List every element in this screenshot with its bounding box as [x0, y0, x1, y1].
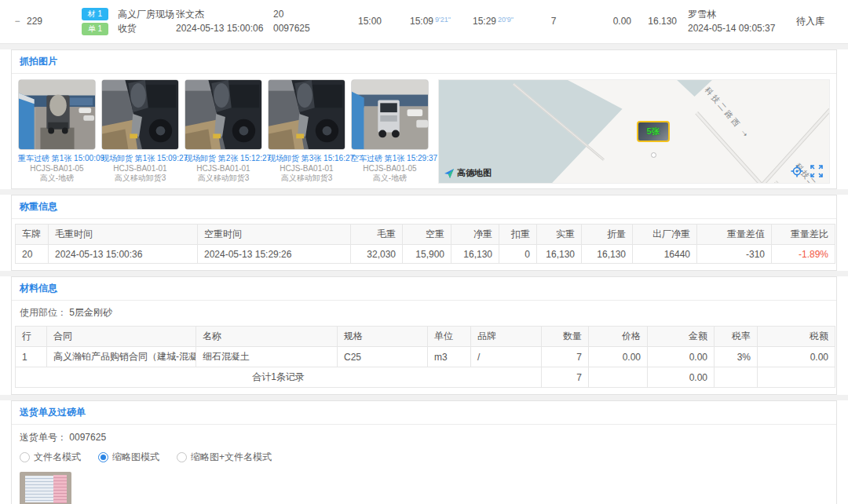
col-header: 行	[16, 327, 47, 347]
col-header: 空重时间	[198, 225, 351, 245]
col-header: 税率	[715, 327, 758, 347]
operate-time: 2024-05-14 09:05:37	[688, 22, 782, 35]
cell-empty	[758, 367, 835, 388]
ticket-number: 0097625	[273, 22, 341, 35]
radio-thumbnail-mode[interactable]: 缩略图模式	[98, 451, 159, 464]
section-divider	[0, 189, 848, 195]
col-header: 重量差值	[697, 225, 772, 245]
amount-value: 0.00	[583, 15, 631, 28]
radio-icon-checked[interactable]	[98, 452, 108, 462]
row-id: 229	[27, 15, 72, 28]
photo-device: HCJS-BA01-01	[268, 164, 345, 173]
cell-weight-diff-pct: -1.89%	[772, 245, 835, 264]
col-header: 单位	[428, 327, 471, 347]
weigh-in-time: 15:00	[341, 15, 399, 28]
material-table: 行 合同 名称 规格 单位 品牌 数量 价格 金额 税率 税额 1 高义瀚铂产品…	[15, 326, 835, 388]
collapse-row-icon[interactable]: −	[8, 15, 27, 28]
section-material-info: 材料信息 使用部位： 5层金刚砂 行 合同 名称 规格 单位 品牌 数量 价格 …	[11, 276, 837, 395]
project-name: 高义厂房现场收货	[118, 8, 176, 35]
cell-actual: 16,130	[537, 245, 582, 264]
photo-thumbnail-weigh-in[interactable]	[18, 79, 96, 150]
col-header: 空重	[403, 225, 451, 245]
col-header: 重量差比	[772, 225, 835, 245]
photo-thumbnail-unload-2[interactable]	[185, 79, 262, 150]
create-time: 2024-05-13 15:00:06	[176, 22, 273, 35]
radio-icon[interactable]	[20, 452, 30, 462]
col-header: 数量	[542, 327, 589, 347]
row-tags: 材 1 单 1	[72, 8, 118, 35]
photo-thumbnail-unload-1[interactable]	[101, 79, 179, 150]
photo-location: 高义-地磅	[18, 173, 96, 184]
cell-factory-net: 16440	[633, 245, 697, 264]
cell-tare-time: 2024-05-13 15:29:26	[198, 245, 351, 264]
marker-photo-count: 5张	[646, 126, 660, 137]
photo-thumbnail-weigh-out[interactable]	[351, 79, 429, 150]
section-title: 材料信息	[12, 277, 836, 301]
map-road	[774, 181, 830, 184]
cell-brand: /	[471, 347, 542, 367]
fullscreen-expand-icon[interactable]	[810, 165, 823, 177]
cell-net: 16,130	[451, 245, 499, 264]
cell-converted: 16,130	[582, 245, 633, 264]
photo-location: 高义-地磅	[351, 173, 429, 184]
col-header: 名称	[196, 327, 338, 347]
radio-label: 缩略图模式	[112, 451, 159, 464]
photo-device: HCJS-BA01-05	[351, 164, 429, 173]
section-weighing-info: 称重信息 车牌 毛重时间 空重时间 毛重 空重 净重 扣重 实重 折量 出厂净重…	[11, 195, 837, 271]
col-header: 实重	[537, 225, 582, 245]
map-photo-marker[interactable]: 5张	[637, 121, 670, 142]
table-row: 1 高义瀚铂产品购销合同（建城-混凝土） 细石混凝土 C25 m3 / 7 0.…	[16, 347, 835, 367]
section-captured-photos: 抓拍图片 重车过磅 第1张 15:00	[11, 49, 837, 189]
table-row: 20 2024-05-13 15:00:36 2024-05-13 15:29:…	[16, 245, 835, 264]
section-divider	[0, 44, 848, 49]
map[interactable]: 科技二路西 ➝ 科技二街 5张 高德地图	[438, 79, 830, 184]
photo-caption: 重车过磅 第1张 15:00:09	[18, 153, 96, 164]
cell-tax-amount: 0.00	[758, 347, 835, 367]
section-title: 送货单及过磅单	[12, 401, 836, 425]
cell-empty	[589, 367, 648, 388]
photo-list: 重车过磅 第1张 15:00:09 HCJS-BA01-05 高义-地磅 现场卸…	[18, 79, 429, 184]
cell-tare: 15,900	[403, 245, 451, 264]
cell-gross: 32,030	[351, 245, 403, 264]
cell-total-amount: 0.00	[648, 367, 715, 388]
cell-line-no: 1	[16, 347, 47, 367]
photo-caption: 现场卸货 第2张 15:12:27	[185, 153, 262, 164]
cell-spec: C25	[338, 347, 428, 367]
note-form-area	[25, 476, 53, 502]
amap-logo-icon	[444, 168, 455, 179]
section-title: 称重信息	[12, 195, 836, 219]
photo-thumbnail-unload-3[interactable]	[268, 79, 345, 150]
photo-card: 现场卸货 第1张 15:09:27 HCJS-BA01-01 高义移动卸货3	[101, 79, 179, 184]
view-mode-radio-group: 文件名模式 缩略图模式 缩略图+文件名模式	[12, 446, 836, 466]
cell-price: 0.00	[589, 347, 648, 367]
note-pink-copy	[53, 475, 67, 503]
col-header: 合同	[47, 327, 196, 347]
usage-part-value: 5层金刚砂	[69, 307, 112, 318]
col-header: 车牌	[16, 225, 49, 245]
delivery-note-thumbnail[interactable]	[20, 472, 71, 504]
cell-tax-rate: 3%	[715, 347, 758, 367]
summary-row[interactable]: − 229 材 1 单 1 高义厂房现场收货 张文杰 2024-05-13 15…	[0, 0, 848, 44]
amap-logo: 高德地图	[444, 167, 492, 179]
radio-filename-mode[interactable]: 文件名模式	[20, 451, 81, 464]
map-road-label: 科技二路西 ➝	[702, 85, 752, 141]
leave-time: 15:2920'9"	[462, 15, 525, 28]
quantity-value: 7	[525, 15, 583, 28]
radio-thumbnail-filename-mode[interactable]: 缩略图+文件名模式	[177, 451, 272, 464]
radio-icon[interactable]	[177, 452, 187, 462]
section-divider	[0, 271, 848, 276]
col-header: 规格	[338, 327, 428, 347]
col-header: 出厂净重	[633, 225, 697, 245]
operator-name: 罗雪林	[688, 8, 782, 21]
creator-name: 张文杰	[176, 8, 273, 21]
amap-logo-text: 高德地图	[457, 167, 492, 179]
usage-part-label: 使用部位：	[20, 307, 67, 318]
cell-gross-time: 2024-05-13 15:00:36	[49, 245, 198, 264]
photo-device: HCJS-BA01-05	[18, 164, 96, 173]
locate-icon[interactable]	[791, 165, 803, 177]
section-title: 抓拍图片	[12, 50, 836, 74]
col-header: 金额	[648, 327, 715, 347]
col-header: 净重	[451, 225, 499, 245]
unload-time: 15:099'21"	[399, 15, 462, 28]
weight-value: 16.130	[631, 15, 677, 28]
